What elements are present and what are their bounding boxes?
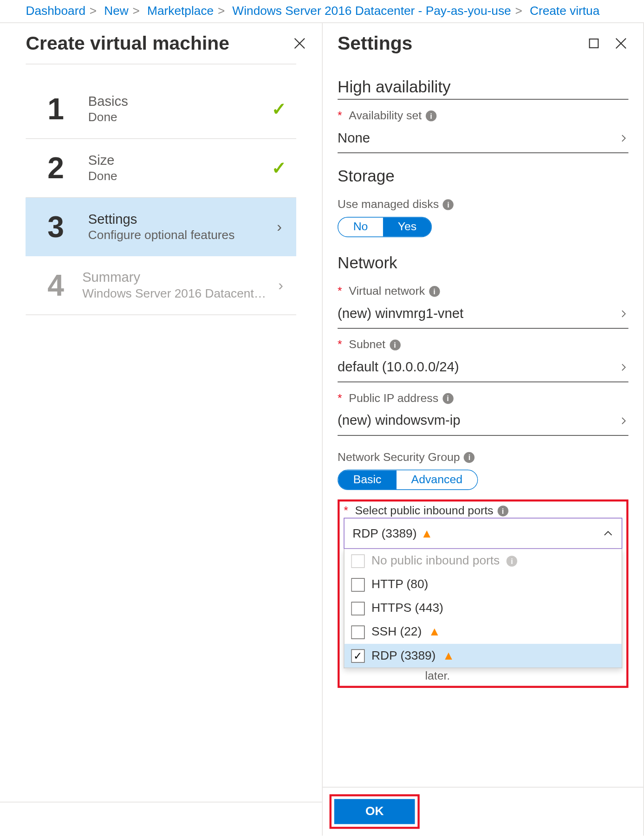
breadcrumb-link[interactable]: Windows Server 2016 Datacenter - Pay-as-…: [232, 4, 511, 18]
restore-icon[interactable]: [586, 36, 601, 51]
blade-footer: [0, 802, 322, 836]
svg-rect-0: [590, 39, 598, 48]
inbound-ports-highlight: *Select public inbound ports i RDP (3389…: [338, 499, 628, 688]
wizard-step-basics[interactable]: 1 Basics Done ✓: [26, 80, 296, 139]
virtual-network-label: *Virtual network i: [338, 285, 628, 298]
wizard-step-settings[interactable]: 3 Settings Configure optional features ›: [26, 198, 296, 256]
availability-set-selector[interactable]: None: [338, 124, 628, 153]
chevron-right-icon: ›: [277, 218, 282, 236]
port-option-https[interactable]: HTTPS (443): [345, 596, 622, 620]
breadcrumb-link[interactable]: New: [104, 4, 129, 18]
warning-icon: ▲: [421, 526, 433, 541]
breadcrumb-link[interactable]: Create virtua: [530, 4, 599, 18]
toggle-no[interactable]: No: [338, 218, 383, 237]
section-heading-storage: Storage: [338, 167, 628, 188]
checkbox-icon: [351, 625, 364, 639]
wizard-blade: Create virtual machine 1 Basics Done ✓ 2: [0, 23, 323, 836]
checkmark-icon: ✓: [272, 157, 286, 178]
inbound-ports-dropdown[interactable]: RDP (3389) ▲: [344, 518, 622, 549]
later-text: later.: [344, 669, 622, 683]
port-option-http[interactable]: HTTP (80): [345, 573, 622, 596]
breadcrumb-link[interactable]: Dashboard: [26, 4, 85, 18]
info-icon[interactable]: i: [443, 199, 454, 210]
managed-disks-toggle[interactable]: No Yes: [338, 217, 432, 237]
toggle-yes[interactable]: Yes: [383, 218, 432, 237]
ok-button[interactable]: OK: [334, 799, 415, 824]
info-icon[interactable]: i: [429, 286, 440, 297]
chevron-right-icon: [619, 128, 628, 147]
toggle-advanced[interactable]: Advanced: [396, 470, 477, 489]
nsg-label: Network Security Group i: [338, 451, 628, 464]
info-icon[interactable]: i: [497, 505, 508, 516]
port-option-no-public: No public inbound ports i: [345, 549, 622, 573]
settings-blade: Settings High availability *Availability…: [323, 23, 644, 836]
blade-title: Settings: [338, 32, 412, 54]
ok-button-highlight: OK: [330, 794, 420, 829]
checkbox-icon: [351, 602, 364, 615]
info-icon[interactable]: i: [390, 339, 400, 350]
checkbox-icon: ✓: [351, 649, 364, 662]
availability-set-label: *Availability set i: [338, 109, 628, 123]
section-heading-high-availability: High availability: [338, 77, 628, 99]
port-option-ssh[interactable]: SSH (22) ▲: [345, 620, 622, 644]
inbound-ports-options: No public inbound ports i HTTP (80) HTTP…: [344, 549, 622, 668]
close-icon[interactable]: [613, 36, 628, 51]
managed-disks-label: Use managed disks i: [338, 198, 628, 211]
nsg-toggle[interactable]: Basic Advanced: [338, 470, 478, 490]
subnet-selector[interactable]: default (10.0.0.0/24): [338, 353, 628, 382]
blade-title: Create virtual machine: [26, 32, 229, 54]
virtual-network-selector[interactable]: (new) winvmrg1-vnet: [338, 299, 628, 329]
info-icon[interactable]: i: [464, 452, 475, 463]
info-icon[interactable]: i: [442, 393, 453, 404]
chevron-up-icon: [603, 524, 613, 543]
warning-icon: ▲: [442, 648, 455, 663]
checkbox-icon: [351, 554, 364, 568]
wizard-step-summary: 4 Summary Windows Server 2016 Datacenter…: [26, 256, 296, 315]
section-heading-network: Network: [338, 253, 628, 275]
breadcrumb-link[interactable]: Marketplace: [147, 4, 214, 18]
public-ip-label: *Public IP address i: [338, 392, 628, 405]
warning-icon: ▲: [429, 625, 441, 639]
chevron-right-icon: [619, 411, 628, 430]
public-ip-selector[interactable]: (new) windowsvm-ip: [338, 407, 628, 436]
info-icon: i: [507, 555, 517, 566]
breadcrumb: Dashboard> New> Marketplace> Windows Ser…: [0, 0, 644, 22]
port-option-rdp[interactable]: ✓ RDP (3389) ▲: [345, 644, 622, 668]
chevron-right-icon: [619, 357, 628, 376]
subnet-label: *Subnet i: [338, 338, 628, 352]
checkmark-icon: ✓: [272, 98, 286, 119]
close-icon[interactable]: [292, 36, 307, 51]
chevron-right-icon: [619, 304, 628, 323]
chevron-right-icon: ›: [278, 277, 283, 294]
info-icon[interactable]: i: [426, 110, 436, 121]
inbound-ports-label: *Select public inbound ports i: [344, 504, 622, 518]
wizard-step-size[interactable]: 2 Size Done ✓: [26, 139, 296, 198]
checkbox-icon: [351, 578, 364, 591]
toggle-basic[interactable]: Basic: [338, 470, 397, 489]
